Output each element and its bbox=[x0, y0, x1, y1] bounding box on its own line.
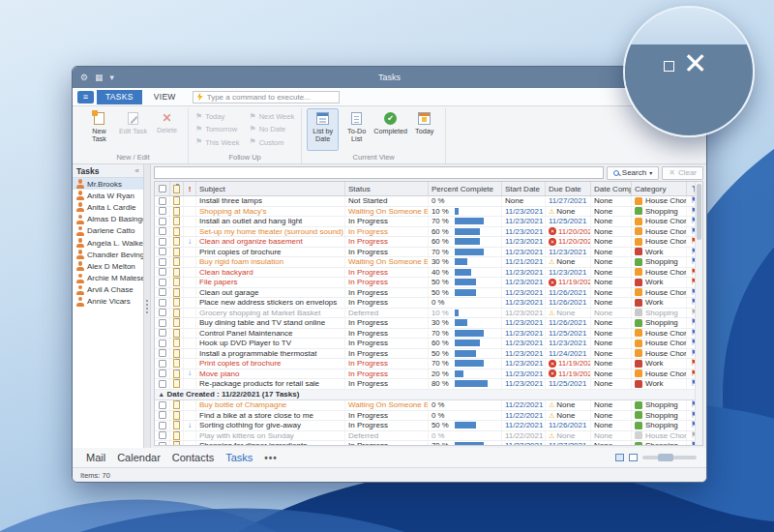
table-row[interactable]: ↓ Buy dining table and TV stand online I… bbox=[155, 318, 702, 329]
table-row[interactable]: ↓ Find a bike at a store close to me In … bbox=[155, 411, 702, 422]
table-row[interactable]: ↓ Shopping for dinner ingredients In Pro… bbox=[155, 441, 702, 445]
search-button[interactable]: Search ▾ bbox=[607, 166, 659, 180]
gear-icon[interactable]: ⚙ bbox=[80, 74, 88, 82]
row-checkbox[interactable] bbox=[159, 248, 166, 255]
row-checkbox[interactable] bbox=[159, 288, 166, 296]
header-select-all[interactable] bbox=[155, 182, 170, 195]
row-checkbox[interactable] bbox=[159, 197, 166, 205]
table-row[interactable]: ↓ Clean backyard In Progress 40 % 11/23/… bbox=[155, 268, 702, 279]
header-category[interactable]: Category bbox=[632, 182, 687, 195]
follow-up-button[interactable]: ⚑ Custom bbox=[249, 136, 294, 149]
contact-item[interactable]: Arvil A Chase bbox=[73, 284, 143, 296]
grid-search-input[interactable] bbox=[154, 166, 604, 179]
table-row[interactable]: ↓ Place new address stickers on envelops… bbox=[155, 298, 702, 309]
header-subject[interactable]: Subject bbox=[196, 182, 345, 195]
close-button[interactable]: ✕ bbox=[683, 46, 707, 81]
row-checkbox[interactable] bbox=[159, 369, 166, 377]
maximize-button[interactable] bbox=[664, 61, 674, 72]
table-row[interactable]: ↓ Buy rigid foam insulation Waiting On S… bbox=[155, 257, 702, 268]
select-all-checkbox[interactable] bbox=[159, 185, 166, 192]
table-row[interactable]: ↓ Hook up DVD Player to TV In Progress 6… bbox=[155, 339, 702, 349]
follow-up-button[interactable]: ⚑ Next Week bbox=[249, 110, 294, 123]
new-task-button[interactable]: New Task bbox=[83, 108, 115, 151]
contact-item[interactable]: Chandler Bevington bbox=[73, 249, 143, 260]
group-expand-icon[interactable]: ▴ bbox=[160, 391, 164, 399]
table-row[interactable]: ↓ Grocery shopping at Market Basket Defe… bbox=[155, 309, 702, 319]
nav-more-icon[interactable]: ••• bbox=[264, 453, 278, 463]
table-row[interactable]: ↓ Play with kittens on Sunday Deferred 0… bbox=[155, 431, 702, 442]
titlebar[interactable]: ⚙ ▦ ▾ Tasks bbox=[73, 67, 706, 88]
table-row[interactable]: ↓ Install an outlet and hang light In Pr… bbox=[155, 217, 702, 227]
row-checkbox[interactable] bbox=[159, 227, 166, 235]
contact-item[interactable]: Darlene Catto bbox=[73, 225, 143, 237]
table-row[interactable]: ↓ Control Panel Maintenance In Progress … bbox=[155, 329, 702, 340]
row-checkbox[interactable] bbox=[159, 349, 166, 357]
contact-item[interactable]: Almas D Basinger bbox=[73, 214, 143, 225]
app-menu-button[interactable]: ≡ bbox=[77, 91, 94, 103]
zoom-slider[interactable] bbox=[642, 456, 697, 459]
apps-icon[interactable]: ▦ bbox=[95, 74, 104, 82]
row-checkbox[interactable] bbox=[159, 442, 166, 445]
row-checkbox[interactable] bbox=[159, 422, 166, 429]
table-row[interactable]: ↓ File papers In Progress 50 % 11/23/202… bbox=[155, 278, 702, 288]
row-checkbox[interactable] bbox=[159, 401, 166, 409]
view-todo-list-button[interactable]: To-Do List bbox=[341, 108, 372, 151]
view-toggle-icon[interactable] bbox=[615, 454, 624, 461]
qat-dropdown-icon[interactable]: ▾ bbox=[110, 74, 115, 82]
zoom-slider-thumb[interactable] bbox=[658, 454, 673, 461]
contact-item[interactable]: Alex D Melton bbox=[73, 260, 143, 272]
delete-button[interactable]: ✕ Delete bbox=[151, 108, 183, 151]
table-row[interactable]: ↓ Install a programmable thermostat In P… bbox=[155, 349, 702, 360]
tab-view[interactable]: VIEW bbox=[145, 90, 185, 104]
table-row[interactable]: ↓ Move piano In Progress 20 % 11/23/2021… bbox=[155, 369, 702, 380]
header-priority[interactable]: ! bbox=[184, 182, 196, 195]
table-row[interactable]: ↓ Clean and organize basement In Progres… bbox=[155, 237, 702, 248]
follow-up-button[interactable]: ⚑ Today bbox=[195, 110, 239, 123]
row-checkbox[interactable] bbox=[159, 380, 166, 388]
header-start-date[interactable]: Start Date bbox=[502, 182, 546, 195]
row-checkbox[interactable] bbox=[159, 431, 166, 439]
contact-item[interactable]: Annie Vicars bbox=[73, 296, 143, 308]
vertical-scrollbar[interactable] bbox=[695, 182, 702, 445]
tab-tasks[interactable]: TASKS bbox=[97, 90, 142, 104]
scrollbar-thumb[interactable] bbox=[697, 184, 701, 240]
contact-item[interactable]: Mr.Brooks bbox=[73, 178, 143, 190]
row-checkbox[interactable] bbox=[159, 340, 166, 347]
nav-mail[interactable]: Mail bbox=[86, 452, 105, 463]
edit-task-button[interactable]: Edit Task bbox=[117, 108, 149, 151]
group-row[interactable]: ▴ Date Created : 11/22/2021 (17 Tasks) bbox=[155, 390, 702, 401]
view-toggle-icon-alt[interactable] bbox=[629, 454, 638, 461]
view-completed-button[interactable]: ✔ Completed bbox=[374, 108, 406, 151]
view-today-button[interactable]: Today bbox=[408, 108, 440, 151]
header-percent-complete[interactable]: Percent Complete bbox=[429, 182, 502, 195]
follow-up-button[interactable]: ⚑ Tomorrow bbox=[195, 123, 239, 135]
table-row[interactable]: ↓ Buy bottle of Champagne Waiting On Som… bbox=[155, 400, 702, 411]
nav-tasks[interactable]: Tasks bbox=[225, 452, 253, 463]
header-status[interactable]: Status bbox=[345, 182, 429, 195]
row-checkbox[interactable] bbox=[159, 279, 166, 286]
row-checkbox[interactable] bbox=[159, 360, 166, 368]
contact-item[interactable]: Angela L. Walker bbox=[73, 237, 143, 249]
command-search-box[interactable]: Type a command to execute... bbox=[193, 91, 340, 103]
sidebar-splitter[interactable] bbox=[144, 164, 151, 448]
follow-up-button[interactable]: ⚑ No Date bbox=[249, 123, 294, 135]
row-checkbox[interactable] bbox=[159, 238, 166, 246]
table-row[interactable]: ↓ Re-package products for retail sale In… bbox=[155, 379, 702, 390]
row-checkbox[interactable] bbox=[159, 218, 166, 225]
row-checkbox[interactable] bbox=[159, 309, 166, 316]
header-task-icon[interactable] bbox=[170, 182, 184, 195]
nav-calendar[interactable]: Calendar bbox=[117, 452, 161, 463]
header-due-date[interactable]: Due Date bbox=[546, 182, 591, 195]
table-row[interactable]: ↓ Install three lamps Not Started 0 % No… bbox=[155, 196, 702, 207]
table-row[interactable]: ↓ Shopping at Macy's Waiting On Someone … bbox=[155, 207, 702, 218]
row-checkbox[interactable] bbox=[159, 411, 166, 419]
row-checkbox[interactable] bbox=[159, 329, 166, 337]
contact-item[interactable]: Anita L Cardle bbox=[73, 201, 143, 213]
header-date-completed[interactable]: Date Comple bbox=[591, 182, 632, 195]
view-list-by-date-button[interactable]: List by Date bbox=[307, 108, 339, 151]
contact-item[interactable]: Archie M Matese bbox=[73, 273, 143, 284]
follow-up-button[interactable]: ⚑ This Week bbox=[195, 136, 239, 149]
table-row[interactable]: ↓ Clean out garage In Progress 50 % 11/2… bbox=[155, 288, 702, 299]
row-checkbox[interactable] bbox=[159, 319, 166, 327]
row-checkbox[interactable] bbox=[159, 258, 166, 266]
